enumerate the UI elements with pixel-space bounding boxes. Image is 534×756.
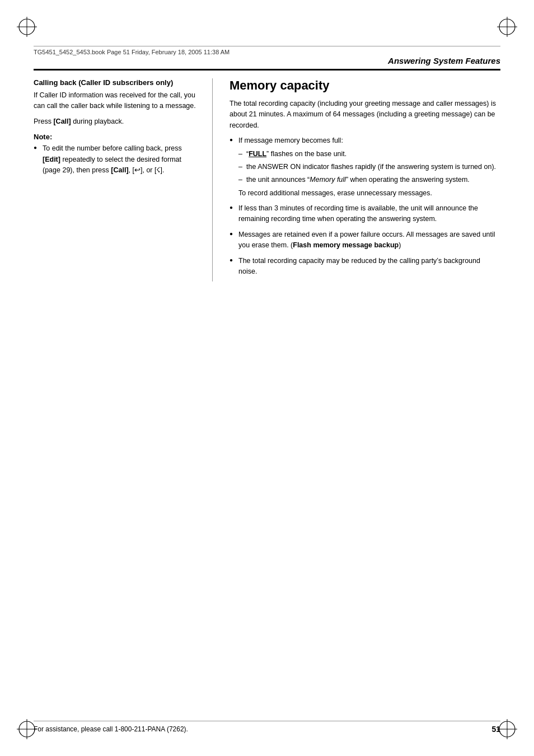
corner-mark-tr (497, 17, 517, 37)
file-info: TG5451_5452_5453.book Page 51 Friday, Fe… (34, 46, 500, 55)
sub-list-memory-full: “FULL” flashes on the base unit. the ANS… (238, 149, 500, 186)
sub-item-memory-full-announce: the unit announces “Memory full” when op… (238, 175, 500, 185)
bullet-memory-full: If message memory becomes full: “FULL” f… (229, 135, 500, 199)
erase-text: To record additional messages, erase unn… (238, 189, 432, 197)
memory-full-italic: Memory full (310, 176, 346, 184)
footer: For assistance, please call 1-800-211-PA… (34, 721, 500, 734)
bullet-total-capacity-text: The total recording capacity may be redu… (238, 257, 480, 275)
sub-item-full-flash: “FULL” flashes on the base unit. (238, 149, 500, 159)
key-edit: [Edit] (43, 156, 60, 163)
footer-text: For assistance, please call 1-800-211-PA… (34, 725, 188, 733)
right-bullet-list: If message memory becomes full: “FULL” f… (229, 135, 500, 277)
bullet-three-minutes-text: If less than 3 minutes of recording time… (238, 204, 478, 223)
right-intro-paragraph: The total recording capacity (including … (229, 98, 500, 131)
page: TG5451_5452_5453.book Page 51 Friday, Fe… (0, 0, 534, 756)
page-number: 51 (491, 725, 500, 734)
bullet-memory-full-text: If message memory becomes full: (238, 137, 343, 144)
right-column: Memory capacity The total recording capa… (229, 78, 500, 281)
arrow-icon: ↩ (134, 166, 140, 174)
note-label: Note: (34, 133, 201, 141)
bullet-flash-memory: Messages are retained even if a power fa… (229, 229, 500, 251)
flash-memory-label: Flash memory message backup (293, 241, 399, 249)
corner-mark-tl (17, 17, 37, 37)
bullet-total-capacity: The total recording capacity may be redu… (229, 256, 500, 278)
content-columns: Calling back (Caller ID subscribers only… (34, 78, 500, 281)
bullet-three-minutes: If less than 3 minutes of recording time… (229, 203, 500, 225)
note-bullet: To edit the number before calling back, … (34, 143, 201, 176)
sub-item-answer-on: the ANSWER ON indicator flashes rapidly … (238, 162, 500, 172)
key-call: [Call] (53, 118, 71, 125)
speaker-icon: ☇ (156, 166, 160, 174)
key-call2: [Call] (111, 166, 128, 174)
full-tag: FULL (249, 150, 266, 158)
left-column: Calling back (Caller ID subscribers only… (34, 78, 213, 281)
left-press-text: Press [Call] during playback. (34, 116, 201, 127)
left-section-heading: Calling back (Caller ID subscribers only… (34, 78, 201, 87)
page-title: Answering System Features (34, 56, 500, 71)
right-section-title: Memory capacity (229, 78, 500, 93)
left-intro-text: If Caller ID information was received fo… (34, 90, 201, 112)
